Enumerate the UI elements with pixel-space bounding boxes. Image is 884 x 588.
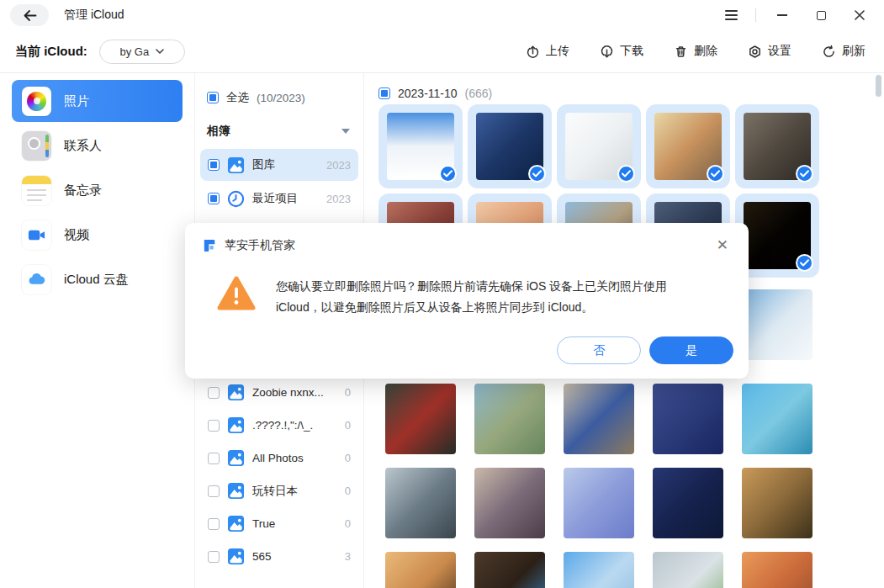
sidebar-item-照片[interactable]: 照片 (12, 80, 183, 122)
album-row[interactable]: 玩转日本0 (200, 474, 358, 507)
scrollbar-thumb[interactable] (876, 75, 881, 97)
album-icon (227, 482, 245, 500)
check-badge-icon (439, 165, 457, 183)
sidebar-item-iCloud 云盘[interactable]: iCloud 云盘 (12, 258, 183, 300)
divider (755, 8, 756, 22)
videos-icon (22, 220, 51, 250)
photo-cell (557, 104, 641, 188)
selected-photo-frame (735, 104, 819, 188)
album-row[interactable]: .????.!,":/\_.0 (200, 409, 358, 442)
check-badge-icon (707, 165, 724, 183)
page-title: 管理 iCloud (64, 8, 124, 23)
poseidon-statue[interactable] (385, 468, 456, 538)
lighthouse-sunset[interactable] (742, 552, 813, 588)
selected-photo-frame (468, 104, 552, 188)
album-name: .????.!,":/\_. (252, 419, 337, 432)
album-checkbox[interactable] (208, 193, 220, 204)
panda-mascot-display[interactable] (564, 384, 634, 454)
album-name: 玩转日本 (252, 484, 337, 499)
album-checkbox[interactable] (208, 551, 220, 563)
album-row[interactable]: 最近项目2023 (200, 183, 358, 215)
dialog-close-icon[interactable]: ✕ (713, 236, 732, 254)
check-badge-icon (796, 254, 813, 272)
tropical-beach[interactable] (742, 384, 813, 454)
group-checkbox[interactable] (378, 87, 390, 99)
photo-cell (378, 552, 463, 588)
angkor-wat-sunset[interactable] (742, 468, 813, 538)
no-button[interactable]: 否 (557, 336, 641, 364)
album-checkbox[interactable] (208, 518, 220, 530)
sidebar-item-备忘录[interactable]: 备忘录 (12, 169, 183, 211)
sun-over-snowy-peaks[interactable] (564, 552, 634, 588)
photo-cell (557, 552, 641, 588)
album-checkbox[interactable] (208, 159, 220, 171)
group-date: 2023-11-10 (398, 87, 458, 100)
venice-canal-dusk[interactable] (653, 384, 723, 454)
close-button[interactable] (847, 4, 872, 26)
album-row[interactable]: Zoobie nxnx...0 (200, 376, 358, 409)
toolbar: 当前 iCloud: by Ga 上传下载删除设置刷新 (0, 30, 884, 73)
refresh-icon (822, 45, 836, 59)
title-bar: 管理 iCloud (0, 0, 884, 30)
settings-icon (748, 45, 762, 59)
stadium-aerial-view[interactable] (474, 384, 545, 454)
album-count: 2023 (326, 159, 351, 172)
toolbar-action-设置[interactable]: 设置 (748, 44, 791, 59)
album-row[interactable]: All Photos0 (200, 442, 358, 474)
photo-cell (468, 384, 552, 454)
anime-characters[interactable] (474, 468, 545, 538)
photo-cell (378, 104, 463, 188)
yes-button[interactable]: 是 (649, 336, 733, 364)
sidebar: 照片联系人备忘录视频iCloud 云盘 (0, 73, 195, 588)
photo-cell (468, 104, 552, 188)
sunset-mountain-silhouette[interactable] (385, 552, 456, 588)
app-window: 管理 iCloud 当前 iCloud: by Ga 上传下载删除设置刷新 照片… (0, 0, 884, 588)
window-controls (705, 4, 872, 26)
sidebar-item-label: 视频 (64, 227, 89, 243)
dialog-body: 您确认要立即删除照片吗？删除照片前请先确保 iOS 设备上已关闭照片使用 iCl… (185, 254, 749, 318)
album-row[interactable]: 5653 (200, 540, 358, 573)
recents-icon (227, 190, 245, 208)
album-checkbox[interactable] (208, 485, 220, 497)
toolbar-action-上传[interactable]: 上传 (526, 44, 569, 59)
photo-cell (557, 468, 641, 538)
sidebar-item-联系人[interactable]: 联系人 (12, 124, 183, 167)
delete-icon (674, 45, 688, 59)
album-icon (227, 515, 245, 532)
album-checkbox[interactable] (208, 453, 220, 464)
collapse-caret-icon[interactable] (341, 129, 350, 134)
album-count: 0 (345, 419, 351, 432)
photo-cell (557, 384, 641, 454)
photo-cell (735, 104, 819, 188)
select-all-checkbox[interactable] (207, 92, 219, 103)
upload-icon (526, 45, 540, 59)
maximize-button[interactable] (808, 4, 834, 26)
dialog-footer: 否 是 (557, 336, 733, 364)
sidebar-item-视频[interactable]: 视频 (12, 214, 183, 256)
photo-cell (735, 552, 819, 588)
dark-abstract-figures[interactable] (474, 552, 545, 588)
group-count: (666) (465, 87, 493, 100)
photo-cell (378, 384, 463, 454)
minimize-button[interactable] (770, 4, 795, 26)
account-selector[interactable]: by Ga (99, 40, 185, 64)
miku-snow-art[interactable] (564, 468, 634, 538)
hilltop-tower[interactable] (653, 552, 723, 588)
toolbar-action-刷新[interactable]: 刷新 (822, 44, 865, 59)
tokyo-tower-night[interactable] (653, 468, 723, 538)
sidebar-item-label: 照片 (64, 93, 89, 109)
photo-grid-row (378, 552, 884, 588)
toolbar-action-下载[interactable]: 下载 (600, 44, 643, 59)
album-count: 3 (345, 550, 351, 563)
album-row[interactable]: True0 (200, 507, 358, 540)
album-checkbox[interactable] (208, 420, 220, 432)
snowy-forest-road[interactable] (742, 289, 813, 360)
blackboard-calligraphy[interactable] (385, 384, 456, 454)
album-checkbox[interactable] (208, 387, 220, 399)
back-button[interactable] (10, 4, 49, 26)
album-row[interactable]: 图库2023 (200, 149, 358, 181)
selected-photo-frame (646, 104, 730, 188)
toolbar-action-删除[interactable]: 删除 (674, 44, 717, 59)
select-all-label: 全选 (226, 90, 249, 105)
menu-icon[interactable] (718, 4, 744, 26)
